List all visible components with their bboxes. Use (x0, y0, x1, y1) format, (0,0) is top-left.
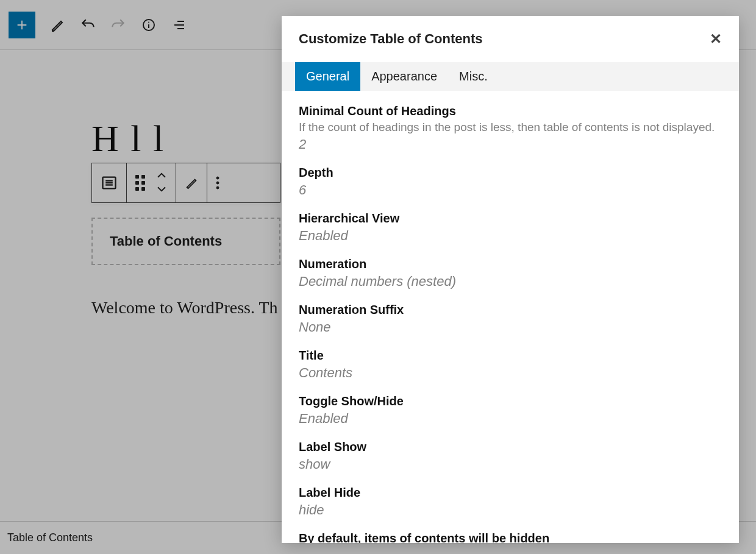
setting-numeration-suffix[interactable]: Numeration Suffix None (299, 303, 722, 335)
setting-title[interactable]: Title Contents (299, 349, 722, 381)
modal-tabs: General Appearance Misc. (282, 62, 739, 91)
setting-value: hide (299, 502, 722, 518)
setting-value: Enabled (299, 411, 722, 427)
tab-misc[interactable]: Misc. (448, 62, 499, 91)
setting-label: Toggle Show/Hide (299, 394, 722, 408)
setting-hierarchical[interactable]: Hierarchical View Enabled (299, 211, 722, 244)
setting-label: Hierarchical View (299, 211, 722, 226)
setting-value: show (299, 456, 722, 472)
setting-description: If the count of headings in the post is … (299, 121, 722, 134)
setting-label: Minimal Count of Headings (299, 104, 722, 118)
tab-appearance[interactable]: Appearance (360, 62, 448, 91)
setting-toggle[interactable]: Toggle Show/Hide Enabled (299, 394, 722, 427)
setting-label-hide[interactable]: Label Hide hide (299, 486, 722, 518)
setting-label: Label Show (299, 440, 722, 454)
customize-toc-modal: Customize Table of Contents ✕ General Ap… (282, 16, 739, 543)
modal-title: Customize Table of Contents (299, 31, 483, 47)
modal-header: Customize Table of Contents ✕ (282, 16, 739, 62)
setting-value: Enabled (299, 228, 722, 244)
setting-label-show[interactable]: Label Show show (299, 440, 722, 472)
setting-numeration[interactable]: Numeration Decimal numbers (nested) (299, 257, 722, 289)
setting-value: 2 (299, 137, 722, 152)
setting-value: Decimal numbers (nested) (299, 274, 722, 289)
setting-value: Contents (299, 365, 722, 381)
modal-body: Minimal Count of Headings If the count o… (282, 91, 739, 543)
setting-depth[interactable]: Depth 6 (299, 166, 722, 198)
setting-label: Numeration (299, 257, 722, 271)
setting-minimal-count[interactable]: Minimal Count of Headings If the count o… (299, 104, 722, 152)
setting-label: Numeration Suffix (299, 303, 722, 317)
setting-value: None (299, 319, 722, 335)
close-icon[interactable]: ✕ (710, 30, 722, 48)
setting-label: Title (299, 349, 722, 363)
tab-general[interactable]: General (295, 62, 360, 91)
setting-label: Label Hide (299, 486, 722, 500)
setting-value: 6 (299, 182, 722, 198)
setting-label: Depth (299, 166, 722, 180)
setting-default-hidden[interactable]: By default, items of contents will be hi… (299, 531, 722, 543)
